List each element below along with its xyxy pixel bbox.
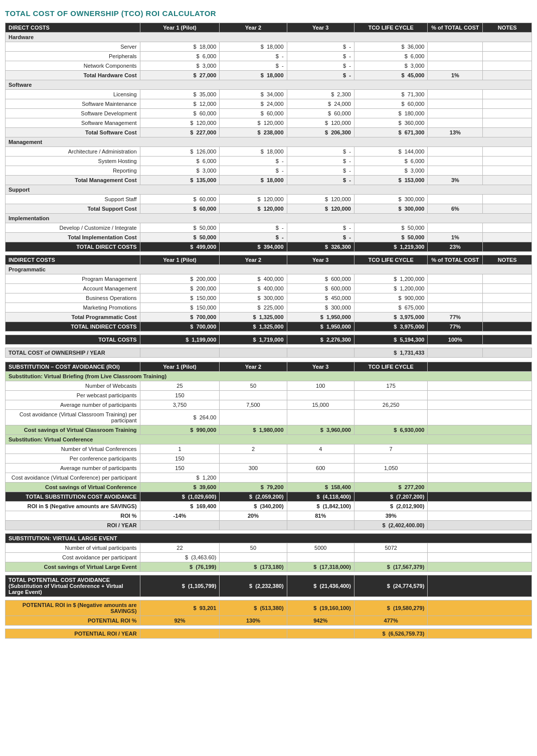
roi-pct-row: ROI % -14%20%81%39% [6,511,532,521]
table-row: Marketing Promotions $ 150,000$ 225,000$… [6,303,532,313]
table-row: Software Maintenance $ 12,000$ 24,000$ 2… [6,99,532,109]
roi-dollar-row: ROI in $ (Negative amounts are SAVINGS) … [6,502,532,511]
table-row: Cost avoidance (Virtual Classroom Traini… [6,410,532,425]
virtual-event-header: SUBSTITUTION: VIRTUAL LARGE EVENT [6,534,532,543]
table-row: Account Management $ 200,000$ 400,000$ 6… [6,284,532,293]
section-total-row: Total Implementation Cost $ 50,000$ -$ -… [6,233,532,242]
vb-savings-row: Cost savings of Virtual Classroom Traini… [6,425,532,435]
potential-roi-year-row: POTENTIAL ROI / YEAR $ (6,526,759.73) [6,629,532,639]
sub-year2-header: Year 2 [220,362,287,372]
virtual-large-event-table: SUBSTITUTION: VIRTUAL LARGE EVENT Number… [5,533,532,572]
year2-header: Year 2 [220,23,287,33]
table-row: Licensing $ 35,000$ 34,000$ 2,300$ 71,30… [6,90,532,99]
table-row: Software Management $ 120,000$ 120,000$ … [6,118,532,128]
vc-savings-row: Cost savings of Virtual Conference $ 39,… [6,483,532,492]
table-row: Support Staff $ 60,000$ 120,000$ 120,000… [6,195,532,204]
table-row: Reporting $ 3,000$ -$ -$ 3,000 [6,166,532,176]
indirect-grand-total-row: TOTAL INDIRECT COSTS $ 700,000$ 1,325,00… [6,322,532,332]
indirect-costs-table: INDIRECT COSTS Year 1 (Pilot) Year 2 Yea… [5,255,532,332]
section-label: Management [6,137,532,147]
table-row: Business Operations $ 150,000$ 300,000$ … [6,293,532,303]
potential-roi-row: POTENTIAL ROI in $ (Negative amounts are… [6,600,532,616]
table-row: Peripherals $ 6,000$ -$ -$ 6,000 [6,52,532,61]
table-row: Average number of participants 150 30060… [6,464,532,473]
table-row: Number of virtual participants 22 505000… [6,543,532,553]
sub-tco-header: TCO LIFE CYCLE [354,362,428,372]
potential-table: TOTAL POTENTIAL COST AVOIDANCE (Substitu… [5,575,532,639]
total-costs-table: TOTAL COSTS $ 1,199,000 $ 1,719,000 $ 2,… [5,335,532,345]
virtual-briefing-header: Substitution: Virtual Briefing (from Liv… [6,372,532,381]
indirect-year1-header: Year 1 (Pilot) [140,255,220,265]
vle-savings-row: Cost savings of Virtual Large Event $ (7… [6,562,532,572]
table-row: System Hosting $ 6,000$ -$ -$ 6,000 [6,157,532,166]
section-total-row: Total Support Cost $ 60,000$ 120,000$ 12… [6,204,532,214]
section-total-row: Total Programmatic Cost $ 700,000$ 1,325… [6,313,532,322]
table-row: Network Components $ 3,000$ -$ -$ 3,000 [6,61,532,71]
total-sub-row: TOTAL SUBSTITUTION COST AVOIDANCE $ (1,0… [6,492,532,502]
table-row: Cost avoidance per participant $ (3,463.… [6,553,532,562]
tco-per-year-row: TOTAL COST of OWNERSHIP / YEAR $ 1,731,4… [6,348,532,358]
indirect-costs-header: INDIRECT COSTS [6,255,140,265]
table-row: Per webcast participants 150 [6,391,532,400]
sub-empty-header [428,362,532,372]
pct-header: % of TOTAL COST [428,23,483,33]
table-row: Cost avoidance (Virtual Conference) per … [6,473,532,483]
year3-header: Year 3 [287,23,354,33]
indirect-pct-header: % of TOTAL COST [428,255,483,265]
potential-cost-row: TOTAL POTENTIAL COST AVOIDANCE (Substitu… [6,575,532,597]
indirect-notes-header: NOTES [483,255,532,265]
grand-total-row: TOTAL DIRECT COSTS $ 499,000$ 394,000$ 3… [6,242,532,252]
section-label: Software [6,80,532,90]
indirect-year2-header: Year 2 [220,255,287,265]
main-title: TOTAL COST OF OWNERSHIP (TCO) ROI CALCUL… [5,9,532,18]
total-costs-row: TOTAL COSTS $ 1,199,000 $ 1,719,000 $ 2,… [6,335,532,345]
direct-costs-table: DIRECT COSTS Year 1 (Pilot) Year 2 Year … [5,23,532,252]
section-label: Support [6,185,532,195]
section-header: Implementation [6,214,532,223]
section-label: Implementation [6,214,532,223]
tco-per-year-table: TOTAL COST of OWNERSHIP / YEAR $ 1,731,4… [5,348,532,358]
direct-costs-header: DIRECT COSTS [6,23,140,33]
spacer-row2 [6,626,532,629]
section-total-row: Total Management Cost $ 135,000$ 18,000$… [6,176,532,185]
potential-roi-pct-row: POTENTIAL ROI % 92%130%942%477% [6,616,532,626]
notes-header: NOTES [483,23,532,33]
section-label: Hardware [6,33,532,42]
table-row: Server $ 18,000$ 18,000$ -$ 36,000 [6,42,532,52]
indirect-tco-header: TCO LIFE CYCLE [354,255,428,265]
section-total-row: Total Hardware Cost $ 27,000$ 18,000$ -$… [6,71,532,80]
section-header: Programmatic [6,265,532,274]
roi-year-row: ROI / YEAR $ (2,402,400.00) [6,521,532,530]
table-row: Per conference participants 150 [6,454,532,464]
substitution-table: SUBSTITUTION – COST AVOIDANCE (ROI) Year… [5,362,532,530]
sub-header: SUBSTITUTION – COST AVOIDANCE (ROI) [6,362,140,372]
table-row: Average number of participants 3,750 7,5… [6,400,532,410]
section-header: Management [6,137,532,147]
table-row: Number of Webcasts 25 50100175 [6,381,532,391]
table-row: Architecture / Administration $ 126,000$… [6,147,532,157]
section-header: Support [6,185,532,195]
sub-year3-header: Year 3 [287,362,354,372]
virtual-conf-header: Substitution: Virtual Conference [6,435,532,444]
table-row: Develop / Customize / Integrate $ 50,000… [6,223,532,233]
section-header: Hardware [6,33,532,42]
tco-header: TCO LIFE CYCLE [354,23,428,33]
page-container: TOTAL COST OF OWNERSHIP (TCO) ROI CALCUL… [0,0,537,651]
indirect-year3-header: Year 3 [287,255,354,265]
table-row: Program Management $ 200,000$ 400,000$ 6… [6,274,532,284]
table-row: Number of Virtual Conferences 1 247 [6,444,532,454]
spacer-row [6,597,532,600]
table-row: Software Development $ 60,000$ 60,000$ 6… [6,109,532,118]
year1-header: Year 1 (Pilot) [140,23,220,33]
sub-year1-header: Year 1 (Pilot) [140,362,220,372]
section-total-row: Total Software Cost $ 227,000$ 238,000$ … [6,128,532,137]
section-header: Software [6,80,532,90]
